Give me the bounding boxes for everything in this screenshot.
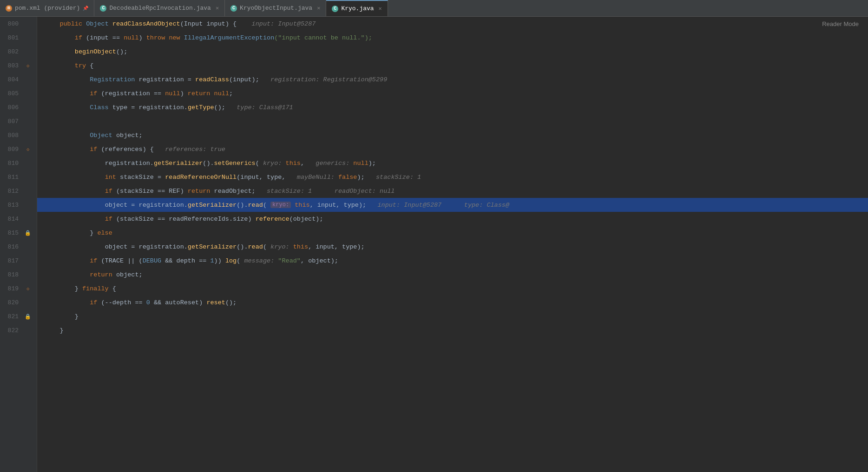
gutter-row: 801 xyxy=(0,31,37,45)
gutter-row: 807 xyxy=(0,114,37,128)
token xyxy=(45,299,90,306)
token: kryo: xyxy=(270,243,293,250)
code-line: if (registration == null) return null; xyxy=(37,86,868,100)
tab-icon-decodeable: C xyxy=(100,5,106,12)
token: if xyxy=(90,146,97,153)
token: (input == xyxy=(82,34,124,41)
token: ) xyxy=(139,34,146,41)
token: && depth == xyxy=(161,257,210,264)
tab-close-decodeable[interactable]: ✕ xyxy=(216,5,219,12)
tab-close-kryo[interactable]: ✕ xyxy=(379,5,382,12)
token: type: Class@171 xyxy=(237,104,293,111)
code-line: } xyxy=(37,323,868,337)
gutter-row: 809⬦ xyxy=(0,142,37,156)
code-line xyxy=(37,114,868,128)
token: log xyxy=(225,257,237,264)
tab-label-decodeable: DecodeableRpcInvocation.java xyxy=(109,5,210,12)
line-marker: 🔒 xyxy=(23,314,33,320)
token xyxy=(45,285,75,292)
token: else xyxy=(97,229,112,236)
code-line: int stackSize = readReferenceOrNull(inpu… xyxy=(37,170,868,184)
code-line: if (input == null) throw new IllegalArgu… xyxy=(37,31,868,45)
tab-kryoinput[interactable]: CKryoObjectInput.java✕ xyxy=(225,0,326,16)
token: (). xyxy=(203,160,214,167)
code-line: object = registration.getSerializer().re… xyxy=(37,240,868,254)
token xyxy=(45,160,105,167)
gutter-row: 805 xyxy=(0,86,37,100)
line-number: 805 xyxy=(0,90,23,97)
line-number: 807 xyxy=(0,118,23,125)
gutter-row: 803⬦ xyxy=(0,59,37,72)
line-number: 804 xyxy=(0,76,23,83)
token: (); xyxy=(225,299,237,306)
token: } xyxy=(75,285,82,292)
tab-label-kryoinput: KryoObjectInput.java xyxy=(240,5,312,12)
token: if xyxy=(75,34,82,41)
code-line: if (TRACE || (DEBUG && depth == 1)) log(… xyxy=(37,254,868,268)
line-number: 806 xyxy=(0,104,23,111)
token: mayBeNull: xyxy=(297,174,338,181)
tab-bar: mpom.xml (provider)📌CDecodeableRpcInvoca… xyxy=(0,0,868,17)
code-line: if (stackSize == readReferenceIds.size) … xyxy=(37,212,868,226)
token: (input); xyxy=(229,76,270,83)
code-line: } xyxy=(37,309,868,323)
line-number: 821 xyxy=(0,313,23,320)
token: ( xyxy=(263,243,270,250)
gutter-row: 810 xyxy=(0,156,37,170)
token: (stackSize == REF) xyxy=(112,188,188,195)
tab-kryo[interactable]: CKryo.java✕ xyxy=(326,0,388,16)
token: if xyxy=(90,299,97,306)
token: this xyxy=(286,160,301,167)
token: (); xyxy=(116,48,127,55)
gutter-row: 806 xyxy=(0,100,37,114)
token: getSerializer xyxy=(188,243,237,250)
token: false xyxy=(338,174,357,181)
token: Class xyxy=(90,104,109,111)
code-line: Class type = registration.getType(); typ… xyxy=(37,100,868,114)
token: "Read" xyxy=(278,257,301,264)
token: this xyxy=(295,202,309,209)
line-marker: ⬦ xyxy=(23,285,33,292)
line-number: 819 xyxy=(0,285,23,292)
token: reference xyxy=(256,216,289,223)
code-line: } else xyxy=(37,226,868,240)
line-number: 811 xyxy=(0,174,23,181)
line-marker: ⬦ xyxy=(23,145,33,153)
gutter-row: 818 xyxy=(0,268,37,282)
token: IllegalArgumentException xyxy=(184,34,274,41)
tab-pom[interactable]: mpom.xml (provider)📌 xyxy=(0,0,94,16)
token: ) xyxy=(180,90,188,97)
reader-mode-button[interactable]: Reader Mode xyxy=(822,20,859,27)
token: input: Input@5287 xyxy=(237,20,316,27)
token: (object); xyxy=(289,216,323,223)
token: (--depth == xyxy=(97,299,146,306)
token: readClassAndObject xyxy=(112,20,180,27)
gutter-row: 808 xyxy=(0,128,37,142)
token: setGenerics xyxy=(214,160,256,167)
token: type = registration. xyxy=(109,104,188,111)
kryo-badge: kryo: xyxy=(270,202,291,208)
token: Object xyxy=(90,132,112,139)
token: object; xyxy=(112,271,143,278)
token: return xyxy=(188,188,210,195)
token: return xyxy=(188,90,210,97)
line-number: 808 xyxy=(0,132,23,139)
token: ( xyxy=(237,257,244,264)
line-number: 809 xyxy=(0,146,23,153)
token xyxy=(45,132,90,139)
token: , object); xyxy=(301,257,338,264)
tab-label-pom: pom.xml (provider) xyxy=(15,5,80,12)
tab-pin-pom: 📌 xyxy=(83,6,88,11)
token xyxy=(45,174,105,181)
token: (). xyxy=(237,202,248,209)
token: return xyxy=(90,271,112,278)
tab-close-kryoinput[interactable]: ✕ xyxy=(317,5,320,12)
token: getSerializer xyxy=(188,202,237,209)
tab-decodeable[interactable]: CDecodeableRpcInvocation.java✕ xyxy=(94,0,225,16)
token xyxy=(45,104,90,111)
token: getSerializer xyxy=(154,160,203,167)
gutter-row: 814 xyxy=(0,212,37,226)
token: (registration == xyxy=(97,90,165,97)
code-line: if (--depth == 0 && autoReset) reset(); xyxy=(37,295,868,309)
token: 1 xyxy=(210,257,214,264)
